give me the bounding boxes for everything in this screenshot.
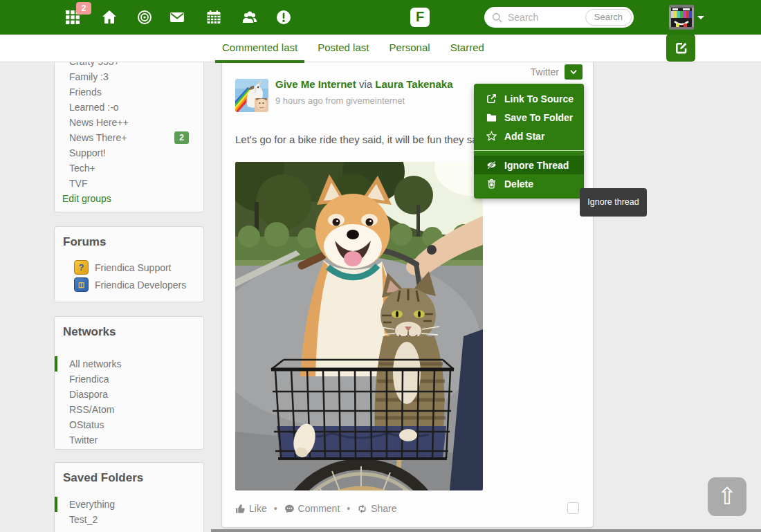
like-button[interactable]: Like [235,503,267,514]
network-item-ostatus[interactable]: OStatus [55,417,203,432]
chevron-down-icon [569,68,578,76]
group-item[interactable]: News Here++ [55,115,203,130]
stream-tabbar: Commented last Posted last Personal Star… [0,35,761,62]
folder-item-everything[interactable]: Everything [55,497,203,512]
post-title-line: Give Me Internet via Laura Takenaka [275,78,453,90]
eye-slash-icon [486,160,497,170]
post-menu-toggle-button[interactable] [565,64,583,80]
group-item[interactable]: Tech+ [55,160,203,176]
forum-item-friendica-support[interactable]: ? Friendica Support [55,259,203,276]
post-network-label: Twitter [531,66,559,77]
networks-title: Networks [55,317,203,339]
friendica-network-page: 2 F Search [0,0,761,532]
post-action-bar: Like • Comment • Share [235,503,397,514]
dog-cat-bike-photo [235,162,483,490]
post-timestamp: 9 hours ago from givemeinternet [275,95,405,106]
networks-panel: Networks All networks Friendica Diaspora… [54,316,204,450]
calendar-icon[interactable] [206,10,223,25]
comment-bubble-icon [284,504,295,514]
top-navbar: 2 F Search [0,0,761,35]
notification-count-badge: 2 [76,2,91,15]
group-item[interactable]: Learned :-o [55,100,203,115]
messages-envelope-icon[interactable] [169,10,186,25]
testcard-avatar-image [669,5,694,30]
saved-folders-panel: Saved Folders Everything Test_2 [54,462,204,532]
group-unread-badge: 2 [174,131,189,144]
forum-support-icon: ? [74,260,89,275]
post-options-menu: Link To Source Save To Folder Add Star I… [474,84,584,199]
tab-personal[interactable]: Personal [382,35,437,62]
thumbs-up-icon [235,504,246,514]
menu-item-delete[interactable]: Delete [474,174,584,193]
groups-list: Crafty 555+ Family :3 Friends Learned :-… [55,54,203,191]
network-item-all[interactable]: All networks [55,356,203,372]
home-icon[interactable] [102,10,118,25]
trash-icon [486,178,497,189]
user-avatar[interactable] [669,5,694,30]
menu-item-save-to-folder[interactable]: Save To Folder [474,108,584,127]
group-item[interactable]: Family :3 [55,69,203,84]
avatar-caret-down-icon[interactable] [697,16,704,19]
friendica-logo[interactable]: F [410,8,430,27]
star-outline-icon [486,131,497,141]
menu-separator [474,150,584,151]
saved-folders-title: Saved Folders [55,463,203,485]
ignore-thread-tooltip: Ignore thread [580,188,647,217]
post-via-author-link[interactable]: Laura Takenaka [375,78,452,90]
post-author-avatar[interactable] [235,79,268,112]
menu-item-link-to-source[interactable]: Link To Source [474,89,584,108]
tab-commented-last[interactable]: Commented last [215,35,304,62]
unicorn-avatar-image [235,79,268,112]
group-item[interactable]: TVF [55,176,203,191]
forums-title: Forums [55,227,203,249]
group-item[interactable]: Support! [55,145,203,160]
pencil-square-icon [674,41,688,55]
search-box: Search [484,7,634,28]
active-indicator [55,356,57,372]
network-item-rss-atom[interactable]: RSS/Atom [55,402,203,417]
menu-item-ignore-thread[interactable]: Ignore Thread [474,156,584,174]
action-separator: • [274,503,277,514]
comment-button[interactable]: Comment [284,503,340,514]
groups-people-icon[interactable] [242,10,259,25]
network-item-twitter[interactable]: Twitter [55,432,203,448]
post-select-checkbox[interactable] [567,502,579,514]
scroll-to-top-button[interactable]: ⇧ [708,477,746,516]
retweet-share-icon [357,504,367,514]
tab-starred[interactable]: Starred [443,35,491,62]
search-input[interactable] [508,12,585,23]
next-post-edge [211,529,761,532]
active-indicator [55,497,57,512]
folder-item-test2[interactable]: Test_2 [55,512,203,527]
search-icon [492,12,502,23]
post-photo-dog-cat-basket[interactable] [235,162,483,490]
via-label: via [359,78,372,90]
action-separator: • [347,503,350,514]
forums-panel: Forums ? Friendica Support ◫ Friendica D… [54,226,204,302]
group-item[interactable]: News There+ 2 [55,130,203,145]
groups-panel: Crafty 555+ Family :3 Friends Learned :-… [54,39,204,212]
menu-item-add-star[interactable]: Add Star [474,127,584,145]
forum-developers-icon: ◫ [74,277,89,292]
search-submit-button[interactable]: Search [585,9,632,26]
folder-icon [486,112,497,122]
network-item-friendica[interactable]: Friendica [55,372,203,387]
alert-exclamation-icon[interactable] [276,10,293,25]
share-button[interactable]: Share [357,503,396,514]
group-item[interactable]: Friends [55,84,203,100]
network-item-diaspora[interactable]: Diaspora [55,387,203,402]
tab-posted-last[interactable]: Posted last [311,35,376,62]
bullseye-icon[interactable] [137,10,154,25]
external-link-icon [486,93,497,104]
edit-groups-link[interactable]: Edit groups [55,191,203,206]
forum-item-friendica-developers[interactable]: ◫ Friendica Developers [55,276,203,293]
post-author-link[interactable]: Give Me Internet [275,78,356,90]
compose-post-button[interactable] [666,34,695,62]
